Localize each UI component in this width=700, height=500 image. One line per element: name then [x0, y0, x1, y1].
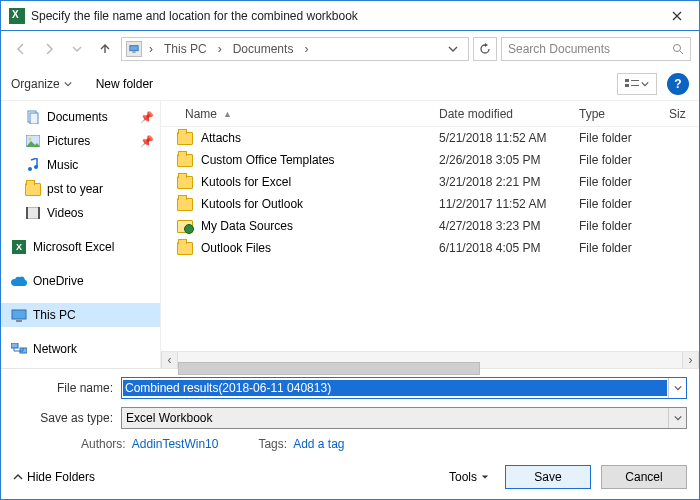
- file-name: Attachs: [201, 131, 241, 145]
- svg-rect-4: [625, 84, 629, 87]
- svg-point-10: [29, 138, 32, 141]
- chevron-down-icon: [674, 384, 682, 392]
- music-icon: [25, 157, 41, 173]
- saveas-value: Excel Workbook: [122, 411, 668, 425]
- table-row[interactable]: Attachs5/21/2018 11:52 AMFile folder: [161, 127, 699, 149]
- file-type: File folder: [579, 131, 669, 145]
- svg-rect-18: [11, 343, 18, 348]
- svg-rect-13: [26, 207, 40, 219]
- chevron-down-icon: [72, 44, 82, 54]
- scroll-left-button[interactable]: ‹: [161, 352, 178, 369]
- filename-dropdown[interactable]: [668, 378, 686, 398]
- breadcrumb-dropdown[interactable]: [442, 44, 464, 54]
- sidebar-item-pst-to-year[interactable]: pst to year: [1, 177, 160, 201]
- nav-bar: › This PC › Documents › Search Documents: [1, 31, 699, 67]
- save-button[interactable]: Save: [505, 465, 591, 489]
- bottom-panel: File name: Combined results(2018-06-11 0…: [1, 368, 699, 499]
- pin-icon: 📌: [140, 111, 154, 124]
- documents-icon: [25, 109, 41, 125]
- file-list-body[interactable]: Attachs5/21/2018 11:52 AMFile folderCust…: [161, 127, 699, 351]
- sidebar-item-label: Microsoft Excel: [33, 240, 114, 254]
- sidebar-item-documents[interactable]: Documents📌: [1, 105, 160, 129]
- tools-menu[interactable]: Tools: [449, 470, 489, 484]
- folder-icon: [177, 132, 193, 145]
- table-row[interactable]: Custom Office Templates2/26/2018 3:05 PM…: [161, 149, 699, 171]
- column-name[interactable]: Name▲: [161, 107, 439, 121]
- close-button[interactable]: [654, 1, 699, 30]
- table-row[interactable]: Kutools for Excel3/21/2018 2:21 PMFile f…: [161, 171, 699, 193]
- svg-point-12: [34, 165, 38, 169]
- cancel-button[interactable]: Cancel: [601, 465, 687, 489]
- scroll-thumb[interactable]: [178, 362, 480, 375]
- sidebar-item-label: Music: [47, 158, 78, 172]
- excel-app-icon: [9, 8, 25, 24]
- file-date: 6/11/2018 4:05 PM: [439, 241, 579, 255]
- sidebar-item-label: This PC: [33, 308, 76, 322]
- sidebar-item-excel[interactable]: XMicrosoft Excel: [1, 235, 160, 259]
- folder-icon: [177, 242, 193, 255]
- file-date: 3/21/2018 2:21 PM: [439, 175, 579, 189]
- nav-up-button[interactable]: [93, 37, 117, 61]
- chevron-right-icon: ›: [213, 42, 227, 56]
- arrow-left-icon: [14, 42, 28, 56]
- breadcrumb-thispc[interactable]: This PC: [160, 42, 211, 56]
- sidebar-item-music[interactable]: Music: [1, 153, 160, 177]
- excel-icon: X: [11, 239, 27, 255]
- sidebar-item-network[interactable]: Network: [1, 337, 160, 361]
- window-title: Specify the file name and location for t…: [31, 9, 654, 23]
- scroll-right-button[interactable]: ›: [682, 352, 699, 369]
- refresh-button[interactable]: [473, 37, 497, 61]
- sidebar-item-thispc[interactable]: This PC: [1, 303, 160, 327]
- nav-recent-button[interactable]: [65, 37, 89, 61]
- chevron-down-icon: [64, 80, 72, 88]
- arrow-right-icon: [42, 42, 56, 56]
- table-row[interactable]: My Data Sources4/27/2018 3:23 PMFile fol…: [161, 215, 699, 237]
- column-type[interactable]: Type: [579, 107, 669, 121]
- file-date: 4/27/2018 3:23 PM: [439, 219, 579, 233]
- hide-folders-button[interactable]: Hide Folders: [13, 470, 95, 484]
- videos-icon: [25, 205, 41, 221]
- table-row[interactable]: Outlook Files6/11/2018 4:05 PMFile folde…: [161, 237, 699, 259]
- sort-asc-icon: ▲: [223, 109, 232, 119]
- chevron-down-icon: [641, 80, 649, 88]
- nav-back-button[interactable]: [9, 37, 33, 61]
- folder-icon: [177, 154, 193, 167]
- view-options-button[interactable]: [617, 73, 657, 95]
- file-type: File folder: [579, 175, 669, 189]
- column-size[interactable]: Siz: [669, 107, 699, 121]
- network-icon: [11, 341, 27, 357]
- sidebar-item-label: Videos: [47, 206, 83, 220]
- folder-icon: [25, 181, 41, 197]
- search-input[interactable]: Search Documents: [501, 37, 691, 61]
- tags-label: Tags:: [258, 437, 287, 451]
- folder-icon: [177, 198, 193, 211]
- filename-input[interactable]: Combined results(2018-06-11 040813): [121, 377, 687, 399]
- svg-rect-3: [625, 79, 629, 82]
- pin-icon: 📌: [140, 135, 154, 148]
- sidebar-item-pictures[interactable]: Pictures📌: [1, 129, 160, 153]
- breadcrumb-documents[interactable]: Documents: [229, 42, 298, 56]
- refresh-icon: [479, 43, 491, 55]
- breadcrumb[interactable]: › This PC › Documents ›: [121, 37, 469, 61]
- saveas-type-select[interactable]: Excel Workbook: [121, 407, 687, 429]
- help-button[interactable]: ?: [667, 73, 689, 95]
- tags-value[interactable]: Add a tag: [293, 437, 344, 451]
- svg-rect-15: [38, 207, 40, 219]
- organize-menu[interactable]: Organize: [11, 77, 72, 91]
- sidebar-item-label: Network: [33, 342, 77, 356]
- nav-forward-button[interactable]: [37, 37, 61, 61]
- saveas-dropdown[interactable]: [668, 408, 686, 428]
- new-folder-button[interactable]: New folder: [96, 77, 153, 91]
- column-headers: Name▲ Date modified Type Siz: [161, 101, 699, 127]
- table-row[interactable]: Kutools for Outlook11/2/2017 11:52 AMFil…: [161, 193, 699, 215]
- chevron-right-icon: ›: [144, 42, 158, 56]
- column-date[interactable]: Date modified: [439, 107, 579, 121]
- file-type: File folder: [579, 153, 669, 167]
- chevron-down-icon: [448, 44, 458, 54]
- authors-value[interactable]: AddinTestWin10: [132, 437, 219, 451]
- sidebar-item-videos[interactable]: Videos: [1, 201, 160, 225]
- sidebar-item-onedrive[interactable]: OneDrive: [1, 269, 160, 293]
- horizontal-scrollbar[interactable]: ‹ ›: [161, 351, 699, 368]
- metadata-row: Authors: AddinTestWin10 Tags: Add a tag: [13, 437, 687, 451]
- filename-value: Combined results(2018-06-11 040813): [123, 380, 667, 396]
